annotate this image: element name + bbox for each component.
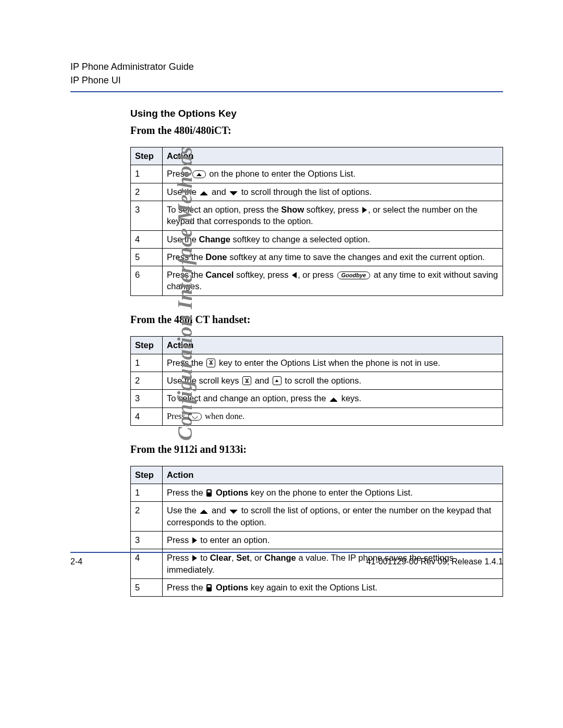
col-step: Step — [131, 466, 163, 484]
step-action: Use the scroll keys and to scroll the op… — [163, 372, 503, 390]
step-action: Press the Options key on the phone to en… — [163, 484, 503, 502]
step-action: To select an option, press the Show soft… — [163, 201, 503, 230]
step-action: Press the Done softkey at any time to sa… — [163, 248, 503, 266]
right-arrow-icon — [192, 537, 197, 544]
step-number: 1 — [131, 484, 163, 502]
table-row: 2Use the and to scroll the list of optio… — [131, 502, 503, 532]
col-action: Action — [163, 147, 503, 165]
col-step: Step — [131, 336, 163, 354]
step-number: 1 — [131, 165, 163, 183]
handset-up-key-icon — [273, 376, 282, 385]
step-action: Use the Change softkey to change a selec… — [163, 230, 503, 248]
header-divider — [70, 91, 503, 92]
doc-subtitle: IP Phone UI — [70, 73, 503, 87]
hangup-key-icon — [188, 413, 202, 421]
section-heading: Using the Options Key — [130, 108, 503, 119]
down-arrow-icon — [229, 191, 238, 195]
left-arrow-icon — [292, 272, 297, 278]
phone-icon — [206, 584, 212, 591]
step-action: Press when done. — [163, 408, 503, 425]
page: IP Phone Administrator Guide IP Phone UI… — [0, 0, 563, 728]
down-arrow-icon — [229, 510, 238, 514]
release-info: 41-001129-00 Rev 09, Release 1.4.1 — [366, 557, 503, 566]
options-key-icon — [192, 170, 206, 178]
step-action: Press the Options key again to exit the … — [163, 578, 503, 596]
col-action: Action — [163, 336, 503, 354]
step-number: 5 — [131, 578, 163, 596]
subsection-heading: From the 480i/480iCT: — [130, 125, 503, 137]
step-action: Use the and to scroll through the list o… — [163, 183, 503, 201]
step-number: 6 — [131, 266, 163, 296]
step-number: 1 — [131, 354, 163, 372]
handset-options-key-icon — [242, 376, 251, 385]
step-action: Press the Cancel softkey, press , or pre… — [163, 266, 503, 296]
step-number: 3 — [131, 390, 163, 408]
up-arrow-icon — [329, 398, 338, 402]
page-number: 2-4 — [70, 557, 82, 566]
page-footer: 2-4 41-001129-00 Rev 09, Release 1.4.1 — [70, 552, 503, 566]
up-arrow-icon — [200, 191, 208, 195]
table-row: 3Press to enter an option. — [131, 531, 503, 549]
table-row: 5Press the Options key again to exit the… — [131, 578, 503, 596]
right-arrow-icon — [362, 207, 367, 213]
phone-icon — [206, 489, 212, 497]
step-number: 5 — [131, 248, 163, 266]
step-action: To select and change an option, press th… — [163, 390, 503, 408]
doc-title: IP Phone Administrator Guide — [70, 60, 503, 73]
up-arrow-icon — [200, 510, 208, 514]
step-action: Press to enter an option. — [163, 531, 503, 549]
step-number: 3 — [131, 201, 163, 230]
side-chapter-label: Configuration Interface Methods — [173, 146, 197, 440]
step-number: 3 — [131, 531, 163, 549]
step-number: 4 — [131, 408, 163, 425]
step-number: 2 — [131, 183, 163, 201]
step-action: Use the and to scroll the list of option… — [163, 502, 503, 532]
step-number: 4 — [131, 230, 163, 248]
step-action: Press the key to enter the Options List … — [163, 354, 503, 372]
handset-options-key-icon — [206, 359, 215, 367]
footer-divider — [70, 552, 503, 553]
col-action: Action — [163, 466, 503, 484]
subsection-heading: From the 9112i and 9133i: — [130, 443, 503, 455]
col-step: Step — [131, 147, 163, 165]
steps-table: StepAction1Press the Options key on the … — [130, 466, 503, 597]
goodbye-key-icon: Goodbye — [337, 272, 371, 279]
page-header: IP Phone Administrator Guide IP Phone UI — [70, 60, 503, 87]
step-number: 2 — [131, 372, 163, 390]
step-action: Press on the phone to enter the Options … — [163, 165, 503, 183]
step-number: 2 — [131, 502, 163, 532]
table-row: 1Press the Options key on the phone to e… — [131, 484, 503, 502]
